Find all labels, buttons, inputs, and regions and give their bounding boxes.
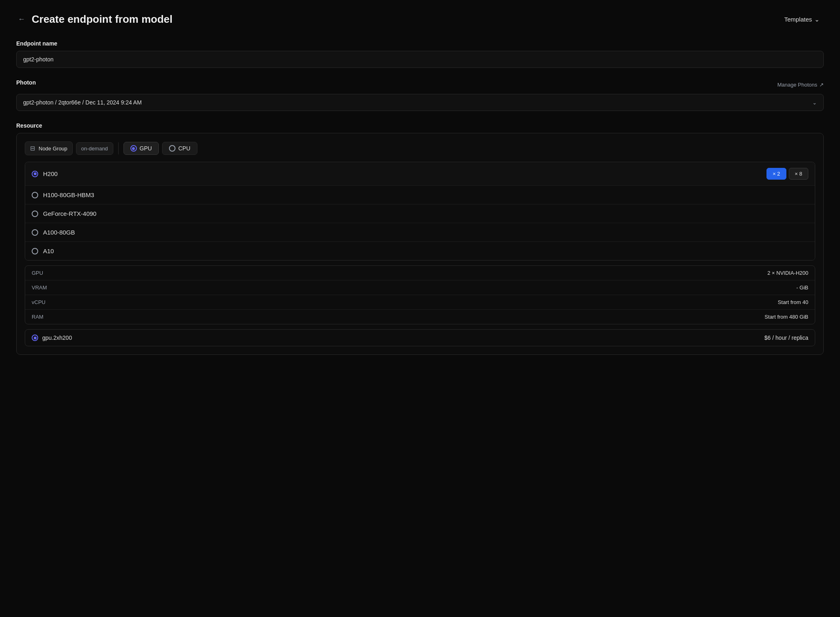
- templates-button[interactable]: Templates ⌄: [780, 13, 824, 26]
- cpu-radio-circle: [169, 145, 175, 152]
- spec-gpu-row: GPU 2 × NVIDIA-H200: [25, 266, 815, 280]
- gpu-h100-name: H100-80GB-HBM3: [43, 191, 94, 198]
- photon-chevron-icon: ⌄: [812, 100, 817, 106]
- cpu-tab-label: CPU: [178, 145, 191, 152]
- node-group-type[interactable]: on-demand: [76, 142, 113, 155]
- pricing-value: $6 / hour / replica: [764, 335, 808, 341]
- gpu-h200-name: H200: [43, 170, 58, 177]
- photon-select[interactable]: gpt2-photon / 2qtor66e / Dec 11, 2024 9:…: [16, 94, 824, 111]
- header-left: ← Create endpoint from model: [16, 13, 173, 26]
- mult-btn-2[interactable]: × 2: [766, 168, 786, 180]
- page-title: Create endpoint from model: [32, 13, 173, 26]
- spec-vcpu-label: vCPU: [32, 299, 45, 305]
- gpu-item-rtx4090-left: GeForce-RTX-4090: [32, 210, 96, 217]
- spec-ram-label: RAM: [32, 314, 43, 320]
- gpu-item-h100-left: H100-80GB-HBM3: [32, 191, 94, 198]
- gpu-radio-circle: [130, 145, 137, 152]
- gpu-item-h200-left: H200: [32, 170, 58, 177]
- pricing-row: gpu.2xh200 $6 / hour / replica: [25, 329, 815, 346]
- templates-chevron-icon: ⌄: [814, 16, 820, 23]
- photon-section: Photon Manage Photons ↗ gpt2-photon / 2q…: [16, 79, 824, 111]
- spec-vram-value: - GiB: [796, 285, 808, 291]
- spec-vcpu-row: vCPU Start from 40: [25, 295, 815, 310]
- gpu-item-a10-left: A10: [32, 248, 54, 254]
- gpu-item-a10[interactable]: A10: [25, 242, 815, 260]
- gpu-item-rtx4090[interactable]: GeForce-RTX-4090: [25, 204, 815, 223]
- node-group-label: Node Group: [39, 146, 67, 152]
- gpu-rtx4090-radio: [32, 211, 38, 217]
- pricing-id: gpu.2xh200: [42, 335, 72, 341]
- pricing-radio: [32, 335, 38, 341]
- gpu-rtx4090-name: GeForce-RTX-4090: [43, 210, 96, 217]
- spec-ram-value: Start from 480 GiB: [764, 314, 808, 320]
- tab-separator: [118, 142, 119, 154]
- spec-ram-row: RAM Start from 480 GiB: [25, 310, 815, 324]
- gpu-item-a100-left: A100-80GB: [32, 229, 75, 236]
- page-header: ← Create endpoint from model Templates ⌄: [16, 13, 824, 26]
- gpu-item-h200[interactable]: H200 × 2 × 8: [25, 162, 815, 186]
- spec-gpu-label: GPU: [32, 270, 43, 276]
- gpu-h100-radio: [32, 192, 38, 198]
- gpu-h200-radio: [32, 171, 38, 177]
- photon-header: Photon Manage Photons ↗: [16, 79, 824, 90]
- spec-gpu-value: 2 × NVIDIA-H200: [767, 270, 808, 276]
- resource-tabs: ⊟ Node Group on-demand GPU CPU: [25, 141, 815, 155]
- gpu-a10-radio: [32, 248, 38, 254]
- gpu-h200-multipliers: × 2 × 8: [766, 168, 808, 180]
- photon-selected-value: gpt2-photon / 2qtor66e / Dec 11, 2024 9:…: [23, 99, 142, 106]
- gpu-tab-label: GPU: [140, 145, 152, 152]
- gpu-tab[interactable]: GPU: [123, 142, 159, 155]
- endpoint-name-label: Endpoint name: [16, 40, 824, 47]
- mult-btn-8[interactable]: × 8: [789, 168, 808, 180]
- spec-vram-label: VRAM: [32, 285, 47, 291]
- pricing-left: gpu.2xh200: [32, 335, 72, 341]
- manage-photons-link[interactable]: Manage Photons ↗: [777, 82, 824, 88]
- gpu-a10-name: A10: [43, 248, 54, 254]
- photon-label: Photon: [16, 79, 36, 86]
- node-group-button[interactable]: ⊟ Node Group: [25, 141, 73, 155]
- resource-container: ⊟ Node Group on-demand GPU CPU H200: [16, 133, 824, 355]
- resource-section: Resource ⊟ Node Group on-demand GPU CPU: [16, 122, 824, 355]
- gpu-list: H200 × 2 × 8 H100-80GB-HBM3 GeForce-RTX-…: [25, 162, 815, 261]
- resource-label: Resource: [16, 122, 824, 129]
- external-link-icon: ↗: [819, 82, 824, 88]
- manage-photons-text: Manage Photons: [777, 82, 817, 88]
- specs-box: GPU 2 × NVIDIA-H200 VRAM - GiB vCPU Star…: [25, 265, 815, 324]
- spec-vcpu-value: Start from 40: [778, 299, 808, 305]
- gpu-item-a100[interactable]: A100-80GB: [25, 223, 815, 242]
- back-button[interactable]: ←: [16, 13, 27, 25]
- cpu-tab[interactable]: CPU: [162, 142, 197, 155]
- templates-label: Templates: [784, 16, 812, 23]
- node-group-icon: ⊟: [30, 145, 35, 152]
- endpoint-name-input[interactable]: [16, 51, 824, 68]
- spec-vram-row: VRAM - GiB: [25, 280, 815, 295]
- gpu-a100-name: A100-80GB: [43, 229, 75, 236]
- endpoint-name-section: Endpoint name: [16, 40, 824, 68]
- gpu-item-h100[interactable]: H100-80GB-HBM3: [25, 186, 815, 204]
- gpu-a100-radio: [32, 229, 38, 236]
